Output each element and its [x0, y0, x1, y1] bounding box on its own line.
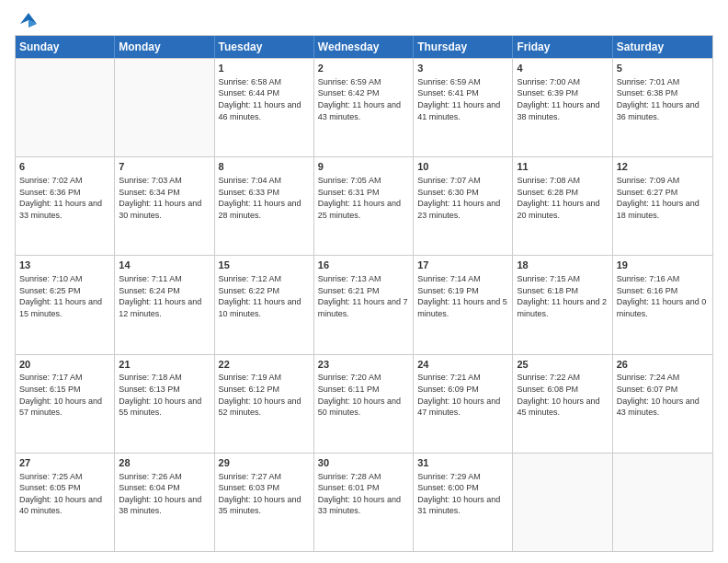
cell-info-text: Daylight: 11 hours and 33 minutes. — [19, 198, 110, 221]
cell-info-text: Daylight: 11 hours and 2 minutes. — [517, 296, 608, 319]
day-cell-1: 1Sunrise: 6:58 AMSunset: 6:44 PMDaylight… — [215, 59, 314, 156]
cell-info-text: Sunset: 6:22 PM — [219, 285, 310, 297]
cell-info-text: Daylight: 10 hours and 55 minutes. — [119, 396, 210, 419]
day-cell-10: 10Sunrise: 7:07 AMSunset: 6:30 PMDayligh… — [414, 157, 513, 255]
empty-cell — [115, 59, 214, 156]
calendar: SundayMondayTuesdayWednesdayThursdayFrid… — [15, 35, 713, 552]
day-number: 6 — [19, 160, 110, 174]
day-cell-3: 3Sunrise: 6:59 AMSunset: 6:41 PMDaylight… — [414, 59, 513, 156]
empty-cell — [16, 59, 115, 156]
day-cell-31: 31Sunrise: 7:29 AMSunset: 6:00 PMDayligh… — [414, 454, 513, 551]
cell-info-text: Sunrise: 7:03 AM — [119, 175, 210, 187]
cell-info-text: Sunrise: 6:58 AM — [219, 76, 310, 88]
cell-info-text: Sunrise: 7:26 AM — [119, 471, 210, 483]
cell-info-text: Sunset: 6:18 PM — [517, 285, 608, 297]
day-number: 13 — [19, 259, 110, 272]
day-cell-7: 7Sunrise: 7:03 AMSunset: 6:34 PMDaylight… — [115, 157, 214, 255]
cell-info-text: Sunset: 6:36 PM — [19, 187, 110, 199]
cell-info-text: Daylight: 11 hours and 30 minutes. — [119, 198, 210, 221]
cell-info-text: Daylight: 11 hours and 5 minutes. — [417, 296, 508, 319]
cell-info-text: Sunrise: 7:16 AM — [617, 273, 709, 285]
cell-info-text: Sunrise: 7:00 AM — [517, 76, 608, 88]
day-number: 1 — [219, 62, 310, 75]
cell-info-text: Daylight: 11 hours and 28 minutes. — [219, 198, 310, 221]
cell-info-text: Sunset: 6:21 PM — [318, 285, 409, 297]
cell-info-text: Daylight: 10 hours and 43 minutes. — [617, 396, 709, 419]
day-cell-5: 5Sunrise: 7:01 AMSunset: 6:38 PMDaylight… — [613, 59, 712, 156]
cell-info-text: Daylight: 11 hours and 41 minutes. — [417, 99, 508, 122]
cell-info-text: Sunrise: 7:20 AM — [318, 372, 409, 384]
header-cell-monday: Monday — [115, 36, 214, 58]
cell-info-text: Sunrise: 7:09 AM — [617, 175, 709, 187]
cell-info-text: Daylight: 10 hours and 35 minutes. — [219, 494, 310, 517]
day-number: 20 — [19, 358, 110, 372]
page: SundayMondayTuesdayWednesdayThursdayFrid… — [0, 0, 728, 563]
cell-info-text: Sunset: 6:41 PM — [417, 87, 508, 99]
calendar-row-5: 27Sunrise: 7:25 AMSunset: 6:05 PMDayligh… — [16, 453, 712, 551]
day-cell-15: 15Sunrise: 7:12 AMSunset: 6:22 PMDayligh… — [215, 256, 314, 353]
cell-info-text: Sunset: 6:05 PM — [19, 482, 110, 494]
cell-info-text: Daylight: 11 hours and 12 minutes. — [119, 296, 210, 319]
cell-info-text: Sunrise: 6:59 AM — [318, 76, 409, 88]
day-number: 28 — [119, 456, 210, 470]
day-number: 22 — [219, 358, 310, 372]
day-number: 19 — [617, 259, 709, 272]
cell-info-text: Sunrise: 7:04 AM — [219, 175, 310, 187]
header-cell-friday: Friday — [513, 36, 612, 58]
day-number: 21 — [119, 358, 210, 372]
cell-info-text: Daylight: 10 hours and 52 minutes. — [219, 396, 310, 419]
cell-info-text: Daylight: 11 hours and 0 minutes. — [617, 296, 709, 319]
cell-info-text: Sunrise: 7:22 AM — [517, 372, 608, 384]
day-number: 16 — [318, 259, 409, 272]
calendar-row-2: 6Sunrise: 7:02 AMSunset: 6:36 PMDaylight… — [16, 156, 712, 255]
cell-info-text: Sunrise: 7:12 AM — [219, 273, 310, 285]
day-cell-13: 13Sunrise: 7:10 AMSunset: 6:25 PMDayligh… — [16, 256, 115, 353]
cell-info-text: Sunrise: 7:24 AM — [617, 372, 709, 384]
cell-info-text: Sunrise: 7:17 AM — [19, 372, 110, 384]
cell-info-text: Daylight: 10 hours and 45 minutes. — [517, 396, 608, 419]
cell-info-text: Sunset: 6:38 PM — [617, 87, 709, 99]
cell-info-text: Sunset: 6:13 PM — [119, 384, 210, 396]
cell-info-text: Sunrise: 7:11 AM — [119, 273, 210, 285]
cell-info-text: Sunrise: 7:15 AM — [517, 273, 608, 285]
cell-info-text: Daylight: 11 hours and 46 minutes. — [219, 99, 310, 122]
cell-info-text: Sunset: 6:08 PM — [517, 384, 608, 396]
cell-info-text: Sunset: 6:24 PM — [119, 285, 210, 297]
cell-info-text: Daylight: 10 hours and 47 minutes. — [417, 396, 508, 419]
day-number: 5 — [617, 62, 709, 75]
cell-info-text: Sunset: 6:33 PM — [219, 187, 310, 199]
cell-info-text: Sunrise: 7:02 AM — [19, 175, 110, 187]
cell-info-text: Sunrise: 7:19 AM — [219, 372, 310, 384]
day-number: 18 — [517, 259, 608, 272]
header-cell-saturday: Saturday — [613, 36, 712, 58]
cell-info-text: Sunrise: 7:21 AM — [417, 372, 508, 384]
day-cell-6: 6Sunrise: 7:02 AMSunset: 6:36 PMDaylight… — [16, 157, 115, 255]
day-number: 15 — [219, 259, 310, 272]
day-cell-25: 25Sunrise: 7:22 AMSunset: 6:08 PMDayligh… — [513, 355, 612, 453]
cell-info-text: Sunset: 6:27 PM — [617, 187, 709, 199]
day-number: 17 — [417, 259, 508, 272]
cell-info-text: Sunrise: 7:28 AM — [318, 471, 409, 483]
cell-info-text: Sunrise: 6:59 AM — [417, 76, 508, 88]
cell-info-text: Sunrise: 7:29 AM — [417, 471, 508, 483]
empty-cell — [513, 454, 612, 551]
day-number: 10 — [417, 160, 508, 174]
day-number: 3 — [417, 62, 508, 75]
cell-info-text: Sunset: 6:30 PM — [417, 187, 508, 199]
day-number: 26 — [617, 358, 709, 372]
cell-info-text: Sunset: 6:01 PM — [318, 482, 409, 494]
cell-info-text: Sunrise: 7:27 AM — [219, 471, 310, 483]
day-cell-24: 24Sunrise: 7:21 AMSunset: 6:09 PMDayligh… — [414, 355, 513, 453]
calendar-body: 1Sunrise: 6:58 AMSunset: 6:44 PMDaylight… — [16, 58, 712, 551]
day-cell-30: 30Sunrise: 7:28 AMSunset: 6:01 PMDayligh… — [314, 454, 414, 551]
cell-info-text: Sunset: 6:15 PM — [19, 384, 110, 396]
cell-info-text: Sunrise: 7:14 AM — [417, 273, 508, 285]
day-cell-29: 29Sunrise: 7:27 AMSunset: 6:03 PMDayligh… — [215, 454, 314, 551]
day-cell-8: 8Sunrise: 7:04 AMSunset: 6:33 PMDaylight… — [215, 157, 314, 255]
cell-info-text: Sunset: 6:34 PM — [119, 187, 210, 199]
day-cell-16: 16Sunrise: 7:13 AMSunset: 6:21 PMDayligh… — [314, 256, 414, 353]
day-cell-14: 14Sunrise: 7:11 AMSunset: 6:24 PMDayligh… — [115, 256, 214, 353]
cell-info-text: Sunset: 6:00 PM — [417, 482, 508, 494]
empty-cell — [613, 454, 712, 551]
day-cell-20: 20Sunrise: 7:17 AMSunset: 6:15 PMDayligh… — [16, 355, 115, 453]
